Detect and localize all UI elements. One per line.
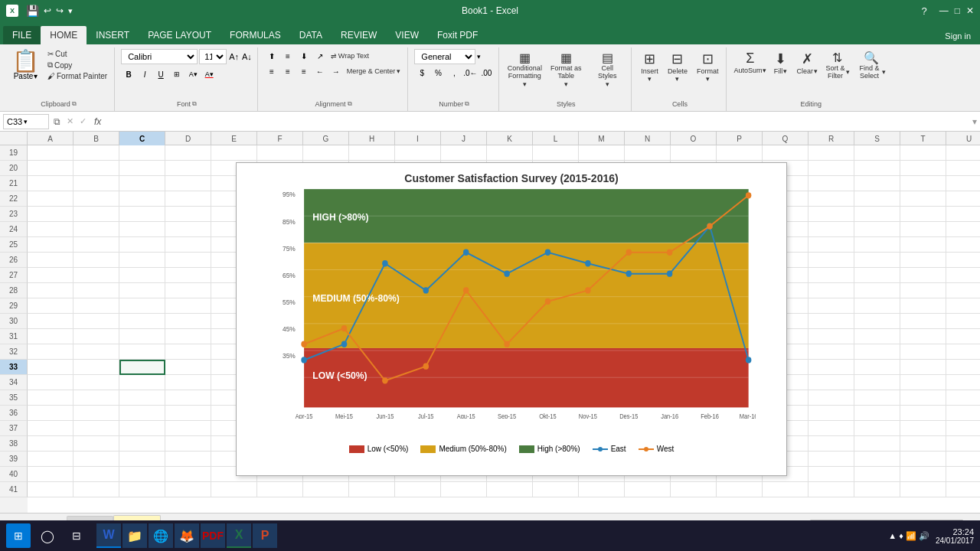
cell-A41[interactable] xyxy=(28,482,74,497)
cell-T26[interactable] xyxy=(900,253,946,268)
cell-A20[interactable] xyxy=(28,161,74,176)
find-select-button[interactable]: 🔍 Find & Select▾ xyxy=(854,49,889,82)
cell-Q41[interactable] xyxy=(763,482,808,497)
cut-button[interactable]: ✂ Cut xyxy=(45,49,109,59)
comma-button[interactable]: , xyxy=(446,66,462,80)
cell-A23[interactable] xyxy=(28,207,74,222)
format-painter-button[interactable]: 🖌 Format Painter xyxy=(45,71,109,81)
row-40[interactable]: 40 xyxy=(0,467,28,482)
col-T[interactable]: T xyxy=(900,132,946,145)
cell-U32[interactable] xyxy=(946,344,980,360)
cell-C33[interactable] xyxy=(119,360,165,375)
cell-U23[interactable] xyxy=(946,207,980,222)
start-button[interactable]: ⊞ xyxy=(6,523,31,548)
tab-formulas[interactable]: FORMULAS xyxy=(220,26,290,44)
tab-data[interactable]: DATA xyxy=(290,26,332,44)
cell-D20[interactable] xyxy=(165,161,211,176)
number-format-expand[interactable]: ▾ xyxy=(477,53,481,60)
cell-U22[interactable] xyxy=(946,191,980,207)
row-36[interactable]: 36 xyxy=(0,406,28,421)
cell-A39[interactable] xyxy=(28,452,74,467)
taskbar-excel[interactable]: X xyxy=(227,523,251,548)
clipboard-expand[interactable]: ⧉ xyxy=(72,100,77,108)
cell-C19[interactable] xyxy=(119,145,165,161)
row-23[interactable]: 23 xyxy=(0,207,28,222)
cell-C30[interactable] xyxy=(119,314,165,329)
col-K[interactable]: K xyxy=(487,132,533,145)
cell-S41[interactable] xyxy=(854,482,900,497)
save-icon[interactable]: 💾 xyxy=(26,5,39,17)
cell-U20[interactable] xyxy=(946,161,980,176)
cell-S32[interactable] xyxy=(854,344,900,360)
taskbar-explorer[interactable]: 📁 xyxy=(122,523,147,548)
cell-N41[interactable] xyxy=(625,482,671,497)
border-button[interactable]: ⊞ xyxy=(169,67,185,81)
align-bottom-button[interactable]: ⬇ xyxy=(296,49,312,63)
cell-T29[interactable] xyxy=(900,298,946,314)
cell-A21[interactable] xyxy=(28,176,74,191)
cell-T36[interactable] xyxy=(900,406,946,421)
fill-color-button[interactable]: A▾ xyxy=(185,67,201,81)
cell-C35[interactable] xyxy=(119,390,165,406)
cell-D24[interactable] xyxy=(165,222,211,237)
cell-E19[interactable] xyxy=(211,145,257,161)
cell-M41[interactable] xyxy=(579,482,625,497)
cell-A38[interactable] xyxy=(28,436,74,452)
taskbar-chrome[interactable]: 🌐 xyxy=(149,523,173,548)
decrease-font-button[interactable]: A↓ xyxy=(241,51,253,62)
cell-R26[interactable] xyxy=(808,253,854,268)
increase-font-button[interactable]: A↑ xyxy=(228,51,240,62)
wrap-text-button[interactable]: ⇌ Wrap Text xyxy=(328,51,371,60)
cell-I41[interactable] xyxy=(395,482,441,497)
cell-D41[interactable] xyxy=(165,482,211,497)
cell-C22[interactable] xyxy=(119,191,165,207)
taskbar-powerpoint[interactable]: P xyxy=(253,523,277,548)
cell-G19[interactable] xyxy=(303,145,349,161)
cell-T32[interactable] xyxy=(900,344,946,360)
cell-B27[interactable] xyxy=(74,268,119,283)
format-as-table-button[interactable]: ▦ Format as Table ▾ xyxy=(547,49,585,90)
chart[interactable]: Customer Satisfaction Survey (2015-2016)… xyxy=(236,162,787,476)
increase-decimal-button[interactable]: .00 xyxy=(479,66,494,80)
col-D[interactable]: D xyxy=(165,132,211,145)
cell-R40[interactable] xyxy=(808,467,854,482)
cell-T21[interactable] xyxy=(900,176,946,191)
cell-B41[interactable] xyxy=(74,482,119,497)
cell-S19[interactable] xyxy=(854,145,900,161)
row-37[interactable]: 37 xyxy=(0,421,28,436)
row-25[interactable]: 25 xyxy=(0,237,28,253)
cell-D37[interactable] xyxy=(165,421,211,436)
cell-S24[interactable] xyxy=(854,222,900,237)
cell-B21[interactable] xyxy=(74,176,119,191)
cell-S22[interactable] xyxy=(854,191,900,207)
taskbar-word[interactable]: W xyxy=(96,523,121,548)
cell-C34[interactable] xyxy=(119,375,165,390)
insert-button[interactable]: ⊞ Insert ▾ xyxy=(638,49,662,84)
cell-B32[interactable] xyxy=(74,344,119,360)
cell-B29[interactable] xyxy=(74,298,119,314)
copy-button[interactable]: ⧉ Copy xyxy=(45,60,109,70)
font-name-select[interactable]: Calibri xyxy=(121,49,198,64)
cell-ref-arrow[interactable]: ▾ xyxy=(24,118,28,126)
cell-H19[interactable] xyxy=(349,145,395,161)
cell-R38[interactable] xyxy=(808,436,854,452)
cell-C28[interactable] xyxy=(119,283,165,298)
cell-T19[interactable] xyxy=(900,145,946,161)
cell-D36[interactable] xyxy=(165,406,211,421)
cell-B36[interactable] xyxy=(74,406,119,421)
cell-R29[interactable] xyxy=(808,298,854,314)
decrease-decimal-button[interactable]: .0← xyxy=(462,66,478,80)
clear-button[interactable]: ✗ Clear▾ xyxy=(793,49,821,77)
cell-R28[interactable] xyxy=(808,283,854,298)
cell-A34[interactable] xyxy=(28,375,74,390)
cell-D38[interactable] xyxy=(165,436,211,452)
cell-D28[interactable] xyxy=(165,283,211,298)
cell-B23[interactable] xyxy=(74,207,119,222)
cell-R32[interactable] xyxy=(808,344,854,360)
tray-icons[interactable]: ▲ ♦ 📶 🔊 xyxy=(888,531,929,541)
rotate-text-button[interactable]: ↗ xyxy=(312,49,328,63)
underline-button[interactable]: U xyxy=(153,67,168,81)
row-34[interactable]: 34 xyxy=(0,375,28,390)
cell-T25[interactable] xyxy=(900,237,946,253)
cell-D34[interactable] xyxy=(165,375,211,390)
